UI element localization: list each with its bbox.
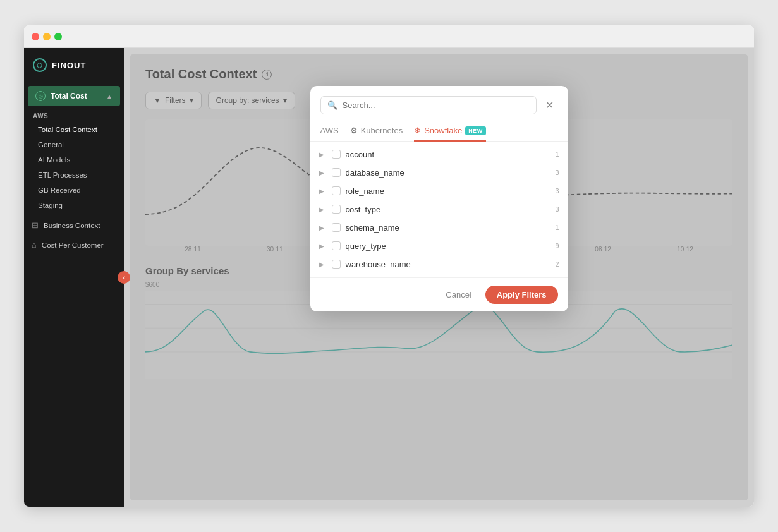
filter-count-warehouse-name: 2 bbox=[550, 260, 559, 268]
cancel-button[interactable]: Cancel bbox=[438, 286, 478, 304]
filter-count-query-type: 9 bbox=[550, 242, 559, 250]
main-inner: Total Cost Context ℹ ▼ Filters ▾ Group b… bbox=[130, 54, 748, 500]
search-icon: 🔍 bbox=[327, 100, 337, 110]
expand-icon: ▶ bbox=[319, 151, 327, 158]
sidebar-collapse-button[interactable]: ‹ bbox=[118, 271, 130, 284]
filter-row-role-name[interactable]: ▶ role_name 3 bbox=[310, 182, 568, 200]
filter-checkbox-account[interactable] bbox=[332, 150, 341, 159]
modal-overlay: 🔍 ✕ AWS ⚙ Kubernetes bbox=[130, 54, 748, 500]
filter-checkbox-database-name[interactable] bbox=[332, 168, 341, 177]
browser-close-dot[interactable] bbox=[32, 33, 39, 40]
browser-maximize-dot[interactable] bbox=[54, 33, 62, 40]
sidebar-cost-per-customer-label: Cost Per Customer bbox=[42, 241, 104, 249]
sidebar-business-context-label: Business Context bbox=[44, 222, 100, 229]
tab-aws[interactable]: AWS bbox=[320, 121, 339, 142]
app-name: FINOUT bbox=[52, 61, 86, 70]
close-button[interactable]: ✕ bbox=[542, 97, 558, 114]
filter-count-database-name: 3 bbox=[550, 169, 559, 176]
expand-icon: ▶ bbox=[319, 261, 327, 268]
filter-row-account[interactable]: ▶ account 1 bbox=[310, 145, 568, 164]
filter-checkbox-schema-name[interactable] bbox=[332, 223, 341, 232]
filter-label-database-name: database_name bbox=[346, 168, 545, 178]
expand-icon: ▶ bbox=[319, 206, 327, 213]
sidebar-item-total-cost-context[interactable]: Total Cost Context bbox=[24, 122, 124, 137]
search-wrap: 🔍 bbox=[320, 96, 537, 114]
app-logo: ⬡ FINOUT bbox=[24, 48, 124, 82]
grid-icon: ⊞ bbox=[32, 221, 39, 230]
expand-icon: ▶ bbox=[319, 169, 327, 176]
expand-icon: ▶ bbox=[319, 243, 327, 250]
filter-modal: 🔍 ✕ AWS ⚙ Kubernetes bbox=[310, 86, 568, 311]
filter-list: ▶ account 1 ▶ database_name 3 bbox=[310, 142, 568, 277]
sidebar-section-total-cost: ◎ Total Cost ▲ AWS Total Cost Context Ge… bbox=[24, 82, 124, 215]
filter-count-account: 1 bbox=[550, 150, 559, 158]
filter-label-warehouse-name: warehouse_name bbox=[346, 260, 545, 269]
modal-footer: Cancel Apply Filters bbox=[310, 277, 568, 311]
filter-row-warehouse-name[interactable]: ▶ warehouse_name 2 bbox=[310, 255, 568, 274]
search-input[interactable] bbox=[343, 100, 530, 110]
snowflake-icon: ❄ bbox=[414, 126, 421, 135]
sidebar: ⬡ FINOUT ◎ Total Cost ▲ AWS Total Cost C… bbox=[24, 48, 124, 507]
filter-label-cost-type: cost_type bbox=[346, 205, 545, 214]
filter-checkbox-query-type[interactable] bbox=[332, 241, 341, 250]
tab-kubernetes[interactable]: ⚙ Kubernetes bbox=[350, 121, 403, 142]
sidebar-item-gb-received[interactable]: GB Received bbox=[24, 183, 124, 198]
sidebar-item-ai-models[interactable]: AI Models bbox=[24, 152, 124, 167]
apply-filters-button[interactable]: Apply Filters bbox=[485, 286, 558, 304]
home-icon: ⌂ bbox=[32, 240, 37, 250]
sidebar-item-cost-per-customer[interactable]: ⌂ Cost Per Customer bbox=[24, 235, 124, 255]
filter-row-schema-name[interactable]: ▶ schema_name 1 bbox=[310, 219, 568, 237]
browser-minimize-dot[interactable] bbox=[43, 33, 51, 40]
filter-count-schema-name: 1 bbox=[550, 224, 559, 231]
logo-icon: ⬡ bbox=[33, 58, 47, 72]
filter-count-role-name: 3 bbox=[550, 187, 559, 195]
sidebar-sub-label: AWS bbox=[24, 107, 124, 122]
filter-label-schema-name: schema_name bbox=[346, 223, 545, 233]
modal-tabs: AWS ⚙ Kubernetes ❄ Snowflake NEW bbox=[310, 121, 568, 142]
sidebar-group-label: Total Cost bbox=[51, 92, 101, 100]
expand-icon: ▶ bbox=[319, 224, 327, 231]
filter-row-database-name[interactable]: ▶ database_name 3 bbox=[310, 164, 568, 182]
filter-count-cost-type: 3 bbox=[550, 205, 559, 213]
filter-checkbox-role-name[interactable] bbox=[332, 186, 341, 195]
new-badge: NEW bbox=[465, 126, 486, 135]
filter-checkbox-warehouse-name[interactable] bbox=[332, 260, 341, 269]
filter-label-query-type: query_type bbox=[346, 241, 545, 251]
sidebar-item-staging[interactable]: Staging bbox=[24, 198, 124, 213]
tab-snowflake[interactable]: ❄ Snowflake NEW bbox=[414, 121, 485, 142]
chevron-up-icon: ▲ bbox=[106, 93, 112, 100]
expand-icon: ▶ bbox=[319, 188, 327, 195]
total-cost-icon: ◎ bbox=[35, 91, 46, 101]
sidebar-item-business-context[interactable]: ⊞ Business Context bbox=[24, 215, 124, 235]
browser-chrome bbox=[24, 25, 754, 48]
k8s-icon: ⚙ bbox=[350, 126, 358, 135]
filter-label-role-name: role_name bbox=[346, 186, 545, 196]
filter-checkbox-cost-type[interactable] bbox=[332, 205, 341, 214]
filter-row-query-type[interactable]: ▶ query_type 9 bbox=[310, 237, 568, 255]
modal-header: 🔍 ✕ bbox=[310, 86, 568, 121]
sidebar-item-general[interactable]: General bbox=[24, 137, 124, 152]
main-content: Total Cost Context ℹ ▼ Filters ▾ Group b… bbox=[124, 48, 754, 507]
filter-label-account: account bbox=[346, 150, 545, 159]
sidebar-group-total-cost[interactable]: ◎ Total Cost ▲ bbox=[28, 86, 120, 106]
filter-row-cost-type[interactable]: ▶ cost_type 3 bbox=[310, 200, 568, 219]
sidebar-item-etl-processes[interactable]: ETL Processes bbox=[24, 167, 124, 183]
